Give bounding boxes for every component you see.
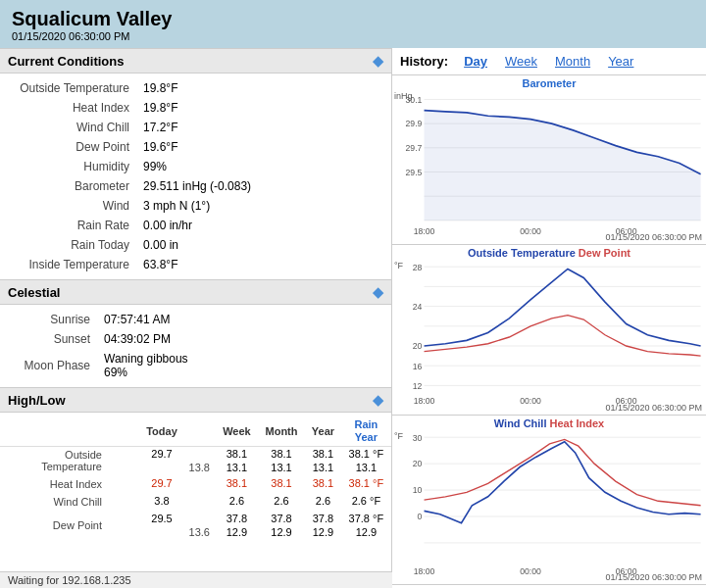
barometer-chart: Barometer inHg 30.1 29.9 29.7 29.5 (392, 75, 706, 245)
highlow-col-week: Week (216, 416, 258, 447)
conditions-row: Wind Chill17.2°F (10, 119, 381, 136)
svg-text:00:00: 00:00 (520, 397, 541, 407)
highlow-cell-top: 29.5 (108, 512, 216, 525)
svg-text:28: 28 (413, 263, 423, 272)
svg-text:30: 30 (413, 432, 423, 442)
celestial-value: 04:39:02 PM (100, 330, 381, 348)
highlow-cell-bot: 13.1 (216, 461, 258, 474)
highlow-cell-bot: 12.9 (258, 525, 305, 539)
tab-day[interactable]: Day (456, 52, 495, 71)
celestial-title: Celestial (8, 285, 60, 300)
highlow-row: Heat Index29.738.138.138.138.1 °F (0, 476, 391, 490)
celestial-row: Sunset04:39:02 PM (10, 330, 381, 348)
highlow-cell-top: 38.1 (258, 476, 305, 490)
highlow-cell-bot: 12.9 (305, 525, 341, 539)
svg-text:20: 20 (413, 459, 423, 468)
conditions-row: Inside Temperature63.8°F (10, 256, 381, 273)
highlow-title: High/Low (8, 393, 66, 408)
highlow-cell-top: 38.1 (216, 447, 258, 462)
windchill-svg: 30 20 10 0 18:00 00:00 06:00 (392, 417, 706, 582)
highlow-cell-top: 29.7 (108, 476, 216, 490)
status-bar: Waiting for 192.168.1.235 (0, 571, 392, 585)
highlow-row: Dew Point29.537.837.837.837.8 °F (0, 512, 391, 525)
conditions-label: Wind (10, 197, 137, 215)
highlow-col-year: Year (305, 416, 341, 447)
left-panel: Current Conditions ◆ Outside Temperature… (0, 48, 392, 585)
conditions-label: Rain Rate (10, 217, 137, 234)
highlow-table: Today Week Month Year RainYear Outside T… (0, 416, 391, 541)
conditions-label: Heat Index (10, 99, 137, 117)
datetime: 01/15/2020 06:30:00 PM (12, 30, 694, 42)
current-conditions-diamond: ◆ (373, 53, 383, 69)
conditions-row: Dew Point19.6°F (10, 138, 381, 156)
temperature-timestamp: 01/15/2020 06:30:00 PM (605, 403, 702, 413)
tab-month[interactable]: Month (547, 52, 598, 71)
history-label: History: (400, 54, 448, 69)
celestial-label: Sunrise (10, 311, 98, 328)
highlow-row-label: Heat Index (0, 476, 108, 492)
svg-text:29.7: 29.7 (406, 143, 423, 153)
conditions-label: Dew Point (10, 138, 137, 156)
conditions-row: Heat Index19.8°F (10, 99, 381, 117)
celestial-value: Waning gibbous69% (100, 350, 381, 381)
highlow-spacer (0, 539, 391, 541)
highlow-cell-top: 38.1 °F (341, 447, 391, 462)
celestial-label: Moon Phase (10, 350, 98, 381)
conditions-label: Barometer (10, 177, 137, 195)
celestial-label: Sunset (10, 330, 98, 348)
conditions-row: Outside Temperature19.8°F (10, 79, 381, 97)
svg-text:00:00: 00:00 (520, 566, 541, 576)
svg-text:12: 12 (413, 381, 423, 391)
highlow-diamond: ◆ (373, 392, 383, 408)
svg-text:18:00: 18:00 (414, 397, 435, 407)
highlow-cell-top: 37.8 (216, 512, 258, 525)
conditions-value: 3 mph N (1°) (139, 197, 381, 215)
highlow-header: High/Low ◆ (0, 387, 391, 413)
conditions-value: 19.8°F (139, 79, 381, 97)
conditions-row: Wind3 mph N (1°) (10, 197, 381, 215)
charts-container: Barometer inHg 30.1 29.9 29.7 29.5 (392, 75, 706, 585)
highlow-cell-top: 38.1 (305, 447, 341, 462)
highlow-row-label: Outside Temperature (0, 447, 108, 475)
highlow-row: Wind Chill3.82.62.62.62.6 °F (0, 494, 391, 508)
history-tabs: History: Day Week Month Year (392, 48, 706, 75)
highlow-cell-bot: 13.1 (305, 461, 341, 474)
tab-year[interactable]: Year (600, 52, 641, 71)
svg-text:16: 16 (413, 362, 423, 371)
highlow-cell-top: 38.1 (216, 476, 258, 490)
celestial-header: Celestial ◆ (0, 279, 391, 305)
celestial-table: Sunrise07:57:41 AMSunset04:39:02 PMMoon … (0, 305, 391, 387)
celestial-value: 07:57:41 AM (100, 311, 381, 328)
conditions-row: Rain Rate0.00 in/hr (10, 217, 381, 234)
header: Squalicum Valley 01/15/2020 06:30:00 PM (0, 0, 706, 48)
barometer-svg: 30.1 29.9 29.7 29.5 18:00 00:00 06:00 (392, 77, 706, 242)
temperature-y-label: °F (394, 261, 403, 270)
conditions-value: 29.511 inHg (-0.083) (139, 177, 381, 195)
barometer-title: Barometer (392, 77, 706, 89)
conditions-row: Humidity99% (10, 158, 381, 175)
windchill-timestamp: 01/15/2020 06:30:00 PM (605, 572, 702, 582)
highlow-col-today: Today (108, 416, 216, 447)
highlow-cell-top: 29.7 (108, 447, 216, 462)
status-text: Waiting for 192.168.1.235 (8, 574, 131, 585)
highlow-section: Today Week Month Year RainYear Outside T… (0, 413, 391, 545)
barometer-timestamp: 01/15/2020 06:30:00 PM (605, 232, 702, 242)
svg-text:10: 10 (413, 485, 423, 495)
windchill-chart: Wind Chill Heat Index °F 30 20 10 0 18:0… (392, 416, 706, 585)
tab-week[interactable]: Week (497, 52, 545, 71)
highlow-cell-bot: 13.1 (341, 461, 391, 474)
conditions-label: Inside Temperature (10, 256, 137, 273)
svg-text:24: 24 (413, 302, 423, 312)
highlow-cell-bot: 12.9 (341, 525, 391, 539)
highlow-row: Outside Temperature29.738.138.138.138.1 … (0, 447, 391, 462)
windchill-y-label: °F (394, 431, 403, 441)
celestial-row: Sunrise07:57:41 AM (10, 311, 381, 328)
highlow-cell-top: 38.1 (305, 476, 341, 490)
conditions-label: Rain Today (10, 236, 137, 254)
svg-text:29.5: 29.5 (406, 168, 423, 177)
highlow-row-label: Wind Chill (0, 494, 108, 510)
highlow-col-label (0, 416, 108, 447)
conditions-value: 19.8°F (139, 99, 381, 117)
conditions-value: 17.2°F (139, 119, 381, 136)
conditions-value: 63.8°F (139, 256, 381, 273)
